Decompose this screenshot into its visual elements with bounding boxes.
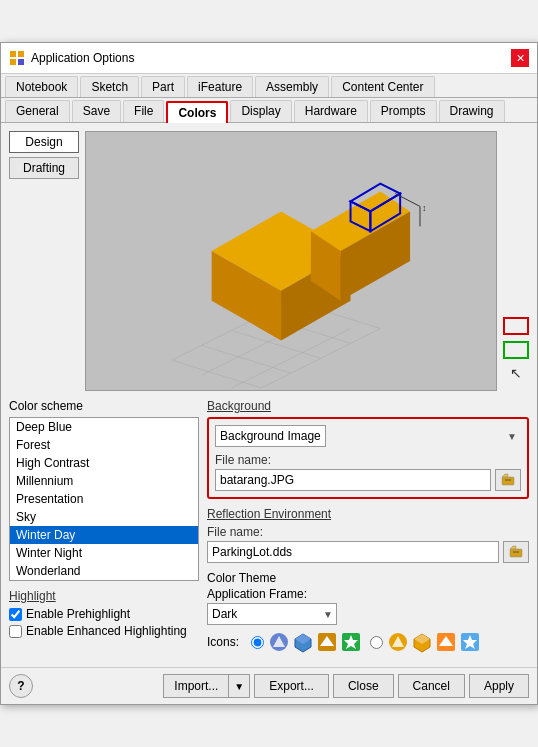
list-item-winter-day[interactable]: Winter Day <box>10 526 198 544</box>
svg-marker-27 <box>502 474 508 477</box>
list-item-deep-blue[interactable]: Deep Blue <box>10 418 198 436</box>
color-theme-section: Color Theme Application Frame: Dark Ligh… <box>207 571 529 653</box>
mode-buttons: Design Drafting <box>9 131 79 391</box>
list-item-high-contrast[interactable]: High Contrast <box>10 454 198 472</box>
tab-file[interactable]: File <box>123 100 164 122</box>
color-indicator-red <box>503 317 529 335</box>
help-button[interactable]: ? <box>9 674 33 698</box>
svg-rect-2 <box>10 59 16 65</box>
enable-prehighlight-label: Enable Prehighlight <box>26 607 130 621</box>
close-button[interactable]: Close <box>333 674 394 698</box>
tab-hardware[interactable]: Hardware <box>294 100 368 122</box>
cancel-button[interactable]: Cancel <box>398 674 465 698</box>
color-scheme-listbox[interactable]: Deep Blue Forest High Contrast Millenniu… <box>9 417 199 581</box>
tabs-row1: Notebook Sketch Part iFeature Assembly C… <box>1 74 537 98</box>
preview-canvas: ↕ <box>85 131 497 391</box>
list-item-millennium[interactable]: Millennium <box>10 472 198 490</box>
tab-general[interactable]: General <box>5 100 70 122</box>
design-button[interactable]: Design <box>9 131 79 153</box>
window-close-button[interactable]: ✕ <box>511 49 529 67</box>
tab-display[interactable]: Display <box>230 100 291 122</box>
icon-sample-2a <box>387 631 409 653</box>
list-item-sky[interactable]: Sky <box>10 508 198 526</box>
app-icon <box>9 50 25 66</box>
folder-icon <box>501 473 515 487</box>
background-dropdown-wrapper: Background Image Gradient 1 Color 2 Colo… <box>215 425 521 447</box>
background-browse-button[interactable] <box>495 469 521 491</box>
export-button[interactable]: Export... <box>254 674 329 698</box>
icons-label: Icons: <box>207 635 243 649</box>
tab-sketch[interactable]: Sketch <box>80 76 139 97</box>
app-frame-dropdown[interactable]: Dark Light <box>207 603 337 625</box>
tab-part[interactable]: Part <box>141 76 185 97</box>
reflection-file-input[interactable] <box>207 541 499 563</box>
application-options-window: Application Options ✕ Notebook Sketch Pa… <box>0 42 538 705</box>
reflection-browse-button[interactable] <box>503 541 529 563</box>
preview-section: Design Drafting <box>9 131 529 391</box>
tabs-row2: General Save File Colors Display Hardwar… <box>1 98 537 123</box>
drafting-button[interactable]: Drafting <box>9 157 79 179</box>
background-type-dropdown[interactable]: Background Image Gradient 1 Color 2 Colo… <box>215 425 326 447</box>
enable-enhanced-row: Enable Enhanced Highlighting <box>9 624 199 638</box>
icon-sample-2b <box>411 631 433 653</box>
tab-prompts[interactable]: Prompts <box>370 100 437 122</box>
tab-drawing[interactable]: Drawing <box>439 100 505 122</box>
enable-enhanced-label: Enable Enhanced Highlighting <box>26 624 187 638</box>
color-scheme-label: Color scheme <box>9 399 199 413</box>
enable-prehighlight-checkbox[interactable] <box>9 608 22 621</box>
svg-text:↕: ↕ <box>422 203 426 213</box>
reflection-section: Reflection Environment File name: <box>207 507 529 563</box>
svg-rect-1 <box>18 51 24 57</box>
folder-icon-2 <box>509 545 523 559</box>
background-dropdown-row: Background Image Gradient 1 Color 2 Colo… <box>215 425 521 447</box>
list-item-forest[interactable]: Forest <box>10 436 198 454</box>
title-bar: Application Options ✕ <box>1 43 537 74</box>
footer-left: ? <box>9 674 33 698</box>
tab-notebook[interactable]: Notebook <box>5 76 78 97</box>
svg-rect-26 <box>502 477 514 485</box>
tab-ifeature[interactable]: iFeature <box>187 76 253 97</box>
cursor-icon: ↖ <box>503 365 529 381</box>
icon-sample-1c <box>316 631 338 653</box>
reflection-file-input-row <box>207 541 529 563</box>
background-file-input[interactable] <box>215 469 491 491</box>
icon-set-1 <box>268 631 362 653</box>
tab-assembly[interactable]: Assembly <box>255 76 329 97</box>
background-file-label: File name: <box>215 453 521 467</box>
svg-rect-0 <box>10 51 16 57</box>
right-panel: Background Background Image Gradient 1 C… <box>207 399 529 659</box>
enable-enhanced-checkbox[interactable] <box>9 625 22 638</box>
preview-svg: ↕ <box>86 132 496 390</box>
footer-right: Import... ▼ Export... Close Cancel Apply <box>163 674 529 698</box>
background-highlight-box: Background Image Gradient 1 Color 2 Colo… <box>207 417 529 499</box>
content-area: Design Drafting <box>1 123 537 667</box>
highlight-section: Highlight Enable Prehighlight Enable Enh… <box>9 589 199 638</box>
window-title: Application Options <box>31 51 134 65</box>
footer: ? Import... ▼ Export... Close Cancel App… <box>1 667 537 704</box>
list-item-winter-night[interactable]: Winter Night <box>10 544 198 562</box>
app-frame-label: Application Frame: <box>207 587 529 601</box>
enable-prehighlight-row: Enable Prehighlight <box>9 607 199 621</box>
icon-radio-1[interactable] <box>251 636 264 649</box>
svg-rect-29 <box>510 549 522 557</box>
apply-button[interactable]: Apply <box>469 674 529 698</box>
reflection-file-label: File name: <box>207 525 529 539</box>
import-button[interactable]: Import... <box>163 674 228 698</box>
reflection-label: Reflection Environment <box>207 507 529 521</box>
icon-radio-2[interactable] <box>370 636 383 649</box>
icon-sample-1d <box>340 631 362 653</box>
title-bar-left: Application Options <box>9 50 134 66</box>
background-file-input-row <box>215 469 521 491</box>
svg-marker-30 <box>510 546 516 549</box>
bottom-panels: Color scheme Deep Blue Forest High Contr… <box>9 399 529 659</box>
icon-radio-group-1 <box>251 631 362 653</box>
left-panel: Color scheme Deep Blue Forest High Contr… <box>9 399 199 659</box>
color-indicators: ↖ <box>503 131 529 391</box>
import-dropdown-button[interactable]: ▼ <box>228 674 250 698</box>
list-item-presentation[interactable]: Presentation <box>10 490 198 508</box>
tab-save[interactable]: Save <box>72 100 121 122</box>
list-item-wonderland[interactable]: Wonderland <box>10 562 198 580</box>
tab-content-center[interactable]: Content Center <box>331 76 434 97</box>
tab-colors[interactable]: Colors <box>166 101 228 123</box>
dropdown-arrow-icon: ▼ <box>507 431 517 442</box>
